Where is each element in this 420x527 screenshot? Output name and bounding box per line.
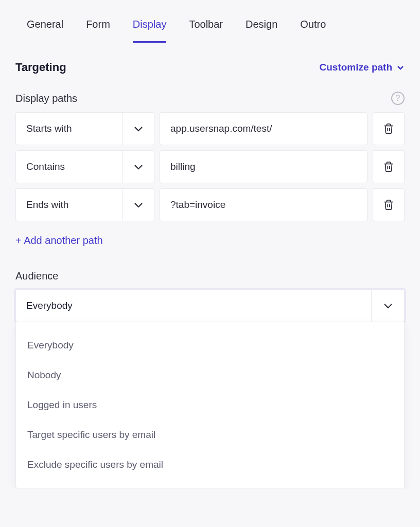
tab-bar: General Form Display Toolbar Design Outr… (0, 0, 420, 43)
chevron-down-icon (382, 300, 394, 312)
audience-option-logged-in[interactable]: Logged in users (16, 390, 404, 420)
condition-select[interactable]: Contains (15, 150, 154, 183)
customize-path-label: Customize path (320, 62, 392, 73)
section-title-targeting: Targeting (15, 61, 66, 74)
delete-path-button[interactable] (373, 150, 405, 183)
path-value-input[interactable]: billing (160, 150, 367, 183)
chevron-down-icon (396, 63, 405, 72)
tab-toolbar[interactable]: Toolbar (178, 11, 234, 43)
audience-caret[interactable] (371, 290, 404, 322)
condition-select[interactable]: Starts with (15, 112, 154, 145)
condition-value: Contains (16, 161, 122, 172)
tab-general[interactable]: General (15, 11, 75, 43)
display-paths-label: Display paths (15, 93, 77, 104)
condition-caret[interactable] (122, 189, 154, 221)
audience-option-exclude-email[interactable]: Exclude specific users by email (16, 450, 404, 480)
chevron-down-icon (132, 161, 145, 173)
chevron-down-icon (132, 122, 145, 135)
path-row: Starts with app.usersnap.com/test/ (15, 112, 405, 145)
path-row: Contains billing (15, 150, 405, 183)
audience-label: Audience (15, 270, 405, 282)
audience-option-nobody[interactable]: Nobody (16, 360, 404, 390)
tab-outro[interactable]: Outro (289, 11, 337, 43)
help-icon[interactable]: ? (391, 92, 405, 105)
audience-option-everybody[interactable]: Everybody (16, 330, 404, 360)
add-path-button[interactable]: + Add another path (15, 235, 103, 247)
path-value-input[interactable]: app.usersnap.com/test/ (160, 112, 367, 145)
tab-display[interactable]: Display (121, 11, 178, 43)
condition-select[interactable]: Ends with (15, 188, 154, 221)
audience-dropdown: Everybody Nobody Logged in users Target … (15, 322, 405, 488)
audience-selected-value: Everybody (16, 290, 371, 322)
path-value-input[interactable]: ?tab=invoice (160, 188, 367, 221)
condition-caret[interactable] (122, 113, 154, 145)
trash-icon (383, 161, 394, 172)
chevron-down-icon (132, 199, 145, 211)
condition-value: Ends with (16, 199, 122, 210)
audience-option-target-email[interactable]: Target specific users by email (16, 420, 404, 450)
path-rows: Starts with app.usersnap.com/test/ Conta… (15, 112, 405, 221)
condition-value: Starts with (16, 123, 122, 134)
path-row: Ends with ?tab=invoice (15, 188, 405, 221)
delete-path-button[interactable] (373, 112, 405, 145)
tab-form[interactable]: Form (75, 11, 121, 43)
delete-path-button[interactable] (373, 188, 405, 221)
customize-path-link[interactable]: Customize path (320, 62, 405, 73)
condition-caret[interactable] (122, 151, 154, 183)
trash-icon (383, 199, 394, 210)
trash-icon (383, 123, 394, 134)
audience-select[interactable]: Everybody (15, 289, 405, 322)
tab-design[interactable]: Design (234, 11, 289, 43)
